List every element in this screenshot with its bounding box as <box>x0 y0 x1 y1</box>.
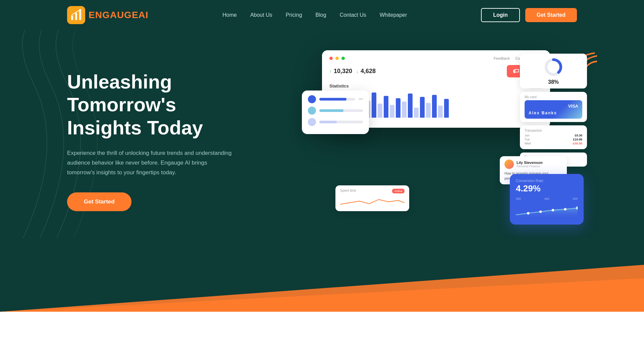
stat-value-2: 4,628 <box>361 68 376 75</box>
lily-avatar <box>504 160 514 169</box>
svg-point-11 <box>564 208 567 210</box>
progress-dot-lightblue <box>308 107 316 115</box>
nav-whitepaper[interactable]: Whitepaper <box>380 12 407 18</box>
badge-icon: 🏷 <box>513 68 519 75</box>
conversion-rate-card: Conversion Rate 4.29% 360 340 320 <box>510 174 584 225</box>
get-started-nav-button[interactable]: Get Started <box>525 8 577 22</box>
conversion-rate-title: Conversion Rate <box>516 179 578 183</box>
hero-cta-button[interactable]: Get Started <box>67 192 131 211</box>
spent-line-chart <box>340 194 405 208</box>
progress-bar-track <box>319 98 355 101</box>
db-link-feedback: Feedback <box>494 56 510 60</box>
progress-dot-blue <box>308 95 316 103</box>
bar-17 <box>426 103 431 118</box>
window-maximize-dot <box>341 57 345 60</box>
dashboard-topbar: Feedback Contacts Help <box>329 56 543 60</box>
bar-12 <box>396 98 400 118</box>
my-card-widget: My card VISA Alex Banks <box>520 92 587 122</box>
nav-links: Home About Us Pricing Blog Contact Us Wh… <box>222 12 407 18</box>
tx-amount-1: £0.30 <box>575 134 582 137</box>
progress-bar-track-2 <box>319 109 363 112</box>
tx-row-2: Tue £10.95 <box>525 138 582 141</box>
login-button[interactable]: Login <box>481 8 520 22</box>
dashboard-visual: ••• Feedback <box>302 50 577 231</box>
bar-20 <box>444 99 449 118</box>
logo[interactable]: ENGAUGEAI <box>67 6 149 24</box>
conv-label-3: 320 <box>573 197 578 200</box>
hero-description: Experience the thrill of unlocking futur… <box>67 148 235 178</box>
transaction-widget: Transaction Jun £0.30 Tue £10.95 Wed -£4… <box>520 125 587 149</box>
nav-buttons: Login Get Started <box>481 8 577 22</box>
percentage-card: 38% <box>520 54 587 88</box>
progress-bar-fill-1 <box>319 98 346 101</box>
svg-rect-4 <box>79 11 81 20</box>
nav-home[interactable]: Home <box>222 12 237 18</box>
conv-label-1: 360 <box>516 197 521 200</box>
hero-title: Unleashing Tomorrow's Insights Today <box>67 70 275 139</box>
my-card-title: My card <box>525 95 582 99</box>
svg-point-8 <box>527 212 529 215</box>
spent-time-card: Spent time Active <box>335 185 409 211</box>
window-close-dot <box>329 57 333 60</box>
conv-label-2: 340 <box>544 197 549 200</box>
hero-section: Unleashing Tomorrow's Insights Today Exp… <box>0 30 644 238</box>
bar-13 <box>402 102 407 118</box>
tx-amount-2: £10.95 <box>573 138 582 141</box>
brand-name: ENGAUGEAI <box>89 10 149 20</box>
bar-15 <box>414 108 419 118</box>
bar-9 <box>378 104 382 118</box>
orange-band-section <box>0 238 644 312</box>
spent-time-label: Spent time Active <box>340 189 405 192</box>
more-icon: ••• <box>359 97 363 102</box>
svg-marker-14 <box>0 278 644 312</box>
stat-value-1: 10,320 <box>334 68 352 75</box>
svg-rect-3 <box>75 13 77 20</box>
percentage-value: 38% <box>525 79 582 85</box>
nav-pricing[interactable]: Pricing <box>286 12 302 18</box>
stat-item-1: ↑ 10,320 <box>329 68 352 75</box>
bar-19 <box>438 106 443 118</box>
nav-about[interactable]: About Us <box>250 12 272 18</box>
card-holder-name: Alex Banks <box>529 111 578 115</box>
tx-row-3: Wed -£40.95 <box>525 142 582 145</box>
navbar: ENGAUGEAI Home About Us Pricing Blog Con… <box>0 0 644 30</box>
bar-11 <box>390 105 394 118</box>
nav-blog[interactable]: Blog <box>316 12 326 18</box>
conversion-rate-value: 4.29% <box>516 183 578 194</box>
right-panel: 38% My card VISA Alex Banks Transaction … <box>520 54 587 167</box>
dashboard-stats-row: ↑ 10,320 ↓ 4,628 🏷 2,980 <box>329 65 543 77</box>
spent-time-chart <box>340 194 405 208</box>
stat-item-2: ↓ 4,628 <box>356 68 376 75</box>
conversion-chart-labels: 360 340 320 <box>516 197 578 200</box>
svg-point-10 <box>552 209 554 211</box>
visa-label: VISA <box>529 104 578 109</box>
svg-point-5 <box>79 9 81 11</box>
arrow-down-icon: ↓ <box>356 69 359 74</box>
transaction-title: Transaction <box>525 129 582 132</box>
progress-bar-track-3 <box>319 121 363 123</box>
credit-card-visual: VISA Alex Banks <box>525 100 582 119</box>
tx-label-3: Wed <box>525 142 531 145</box>
logo-icon <box>67 6 85 24</box>
orange-diagonal-band <box>0 238 644 312</box>
lily-info: Lily Stevenson Personal Finance <box>517 161 543 168</box>
tx-amount-3: -£40.95 <box>572 142 582 145</box>
bar-8 <box>372 93 376 118</box>
progress-dot-purple <box>308 118 316 126</box>
bar-18 <box>432 95 437 118</box>
statistics-label: Statistics Year <box>329 83 543 89</box>
active-badge: Active <box>392 189 405 193</box>
progress-bar-fill-3 <box>319 121 337 123</box>
nav-contact[interactable]: Contact Us <box>340 12 366 18</box>
progress-bar-fill-2 <box>319 109 343 112</box>
bar-14 <box>408 94 413 118</box>
lily-name: Lily Stevenson <box>517 161 543 165</box>
window-minimize-dot <box>335 57 339 60</box>
lily-subtitle: Personal Finance <box>517 165 543 168</box>
tx-label-1: Jun <box>525 134 530 137</box>
progress-card: ••• <box>302 90 369 134</box>
arrow-up-icon: ↑ <box>329 69 332 74</box>
bar-10 <box>384 96 388 118</box>
tx-row-1: Jun £0.30 <box>525 134 582 137</box>
svg-point-9 <box>539 210 542 213</box>
